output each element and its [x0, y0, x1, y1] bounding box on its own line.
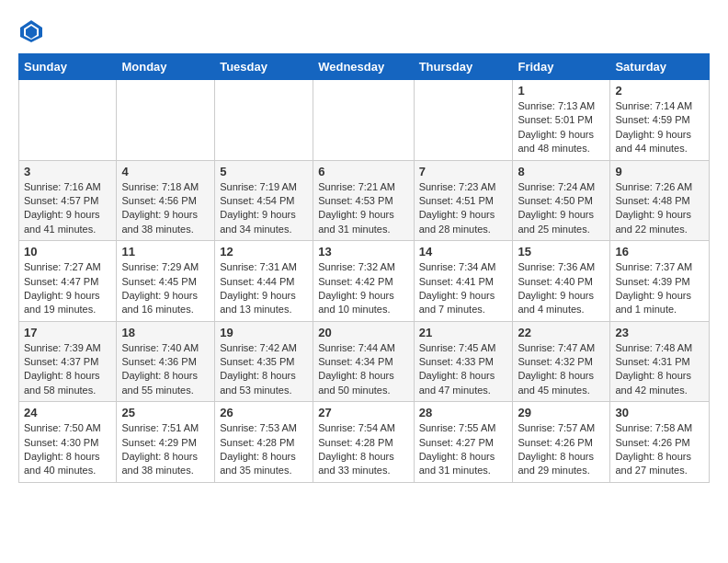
day-info: Sunrise: 7:40 AMSunset: 4:36 PMDaylight:… [121, 341, 210, 398]
day-number: 3 [24, 165, 111, 178]
logo [18, 18, 48, 44]
day-info: Sunrise: 7:32 AMSunset: 4:42 PMDaylight:… [318, 260, 408, 317]
day-number: 4 [121, 165, 210, 178]
day-number: 6 [318, 165, 408, 178]
calendar-cell [117, 80, 215, 161]
calendar-cell: 1Sunrise: 7:13 AMSunset: 5:01 PMDaylight… [513, 80, 610, 161]
calendar-week-row: 10Sunrise: 7:27 AMSunset: 4:47 PMDayligh… [19, 241, 710, 322]
calendar-cell: 8Sunrise: 7:24 AMSunset: 4:50 PMDaylight… [513, 160, 610, 241]
weekday-header-row: SundayMondayTuesdayWednesdayThursdayFrid… [19, 54, 710, 80]
calendar-cell: 10Sunrise: 7:27 AMSunset: 4:47 PMDayligh… [19, 241, 117, 322]
calendar-cell [414, 80, 513, 161]
day-info: Sunrise: 7:48 AMSunset: 4:31 PMDaylight:… [615, 341, 704, 398]
calendar-table: SundayMondayTuesdayWednesdayThursdayFrid… [18, 53, 710, 483]
calendar-cell: 5Sunrise: 7:19 AMSunset: 4:54 PMDaylight… [215, 160, 313, 241]
day-info: Sunrise: 7:54 AMSunset: 4:28 PMDaylight:… [318, 421, 408, 478]
calendar-cell: 14Sunrise: 7:34 AMSunset: 4:41 PMDayligh… [414, 241, 513, 322]
day-number: 27 [318, 406, 408, 419]
day-info: Sunrise: 7:21 AMSunset: 4:53 PMDaylight:… [318, 180, 408, 237]
day-number: 29 [518, 406, 605, 419]
day-number: 23 [615, 326, 704, 339]
weekday-header: Tuesday [215, 54, 313, 80]
day-info: Sunrise: 7:13 AMSunset: 5:01 PMDaylight:… [518, 99, 605, 156]
calendar-week-row: 24Sunrise: 7:50 AMSunset: 4:30 PMDayligh… [19, 402, 710, 483]
day-number: 9 [615, 165, 704, 178]
day-info: Sunrise: 7:45 AMSunset: 4:33 PMDaylight:… [419, 341, 508, 398]
calendar-cell: 27Sunrise: 7:54 AMSunset: 4:28 PMDayligh… [313, 402, 414, 483]
calendar-cell: 4Sunrise: 7:18 AMSunset: 4:56 PMDaylight… [117, 160, 215, 241]
day-number: 24 [24, 406, 111, 419]
day-number: 18 [121, 326, 210, 339]
day-number: 28 [419, 406, 508, 419]
calendar-cell: 19Sunrise: 7:42 AMSunset: 4:35 PMDayligh… [215, 321, 313, 402]
calendar-week-row: 3Sunrise: 7:16 AMSunset: 4:57 PMDaylight… [19, 160, 710, 241]
day-info: Sunrise: 7:36 AMSunset: 4:40 PMDaylight:… [518, 260, 605, 317]
weekday-header: Monday [117, 54, 215, 80]
calendar-cell: 3Sunrise: 7:16 AMSunset: 4:57 PMDaylight… [19, 160, 117, 241]
calendar-cell: 21Sunrise: 7:45 AMSunset: 4:33 PMDayligh… [414, 321, 513, 402]
day-number: 15 [518, 245, 605, 259]
calendar-cell: 28Sunrise: 7:55 AMSunset: 4:27 PMDayligh… [414, 402, 513, 483]
logo-icon [18, 18, 44, 44]
weekday-header: Thursday [414, 54, 513, 80]
day-number: 21 [419, 326, 508, 339]
calendar-cell [19, 80, 117, 161]
calendar-week-row: 1Sunrise: 7:13 AMSunset: 5:01 PMDaylight… [19, 80, 710, 161]
calendar-cell: 18Sunrise: 7:40 AMSunset: 4:36 PMDayligh… [117, 321, 215, 402]
calendar-cell: 26Sunrise: 7:53 AMSunset: 4:28 PMDayligh… [215, 402, 313, 483]
day-info: Sunrise: 7:58 AMSunset: 4:26 PMDaylight:… [615, 421, 704, 478]
day-info: Sunrise: 7:26 AMSunset: 4:48 PMDaylight:… [615, 180, 704, 237]
calendar-cell: 30Sunrise: 7:58 AMSunset: 4:26 PMDayligh… [610, 402, 710, 483]
day-number: 5 [220, 165, 308, 178]
calendar-cell: 7Sunrise: 7:23 AMSunset: 4:51 PMDaylight… [414, 160, 513, 241]
day-info: Sunrise: 7:16 AMSunset: 4:57 PMDaylight:… [24, 180, 111, 237]
day-number: 7 [419, 165, 508, 178]
calendar-week-row: 17Sunrise: 7:39 AMSunset: 4:37 PMDayligh… [19, 321, 710, 402]
day-number: 10 [24, 245, 111, 259]
weekday-header: Saturday [610, 54, 710, 80]
weekday-header: Friday [513, 54, 610, 80]
calendar-cell [215, 80, 313, 161]
day-number: 14 [419, 245, 508, 259]
calendar-cell: 20Sunrise: 7:44 AMSunset: 4:34 PMDayligh… [313, 321, 414, 402]
day-info: Sunrise: 7:50 AMSunset: 4:30 PMDaylight:… [24, 421, 111, 478]
day-info: Sunrise: 7:42 AMSunset: 4:35 PMDaylight:… [220, 341, 308, 398]
day-info: Sunrise: 7:24 AMSunset: 4:50 PMDaylight:… [518, 180, 605, 237]
day-number: 26 [220, 406, 308, 419]
calendar-cell: 22Sunrise: 7:47 AMSunset: 4:32 PMDayligh… [513, 321, 610, 402]
day-info: Sunrise: 7:14 AMSunset: 4:59 PMDaylight:… [615, 99, 704, 156]
calendar-cell: 24Sunrise: 7:50 AMSunset: 4:30 PMDayligh… [19, 402, 117, 483]
calendar-cell: 23Sunrise: 7:48 AMSunset: 4:31 PMDayligh… [610, 321, 710, 402]
day-number: 8 [518, 165, 605, 178]
day-number: 16 [615, 245, 704, 259]
day-number: 20 [318, 326, 408, 339]
day-number: 30 [615, 406, 704, 419]
calendar-cell: 2Sunrise: 7:14 AMSunset: 4:59 PMDaylight… [610, 80, 710, 161]
calendar-cell: 29Sunrise: 7:57 AMSunset: 4:26 PMDayligh… [513, 402, 610, 483]
day-info: Sunrise: 7:53 AMSunset: 4:28 PMDaylight:… [220, 421, 308, 478]
day-info: Sunrise: 7:51 AMSunset: 4:29 PMDaylight:… [121, 421, 210, 478]
page-header [18, 18, 710, 44]
day-info: Sunrise: 7:31 AMSunset: 4:44 PMDaylight:… [220, 260, 308, 317]
day-info: Sunrise: 7:39 AMSunset: 4:37 PMDaylight:… [24, 341, 111, 398]
day-info: Sunrise: 7:57 AMSunset: 4:26 PMDaylight:… [518, 421, 605, 478]
day-info: Sunrise: 7:23 AMSunset: 4:51 PMDaylight:… [419, 180, 508, 237]
calendar-cell: 12Sunrise: 7:31 AMSunset: 4:44 PMDayligh… [215, 241, 313, 322]
calendar-cell: 13Sunrise: 7:32 AMSunset: 4:42 PMDayligh… [313, 241, 414, 322]
day-info: Sunrise: 7:27 AMSunset: 4:47 PMDaylight:… [24, 260, 111, 317]
day-number: 2 [615, 84, 704, 98]
day-info: Sunrise: 7:47 AMSunset: 4:32 PMDaylight:… [518, 341, 605, 398]
day-number: 25 [121, 406, 210, 419]
weekday-header: Sunday [19, 54, 117, 80]
day-info: Sunrise: 7:19 AMSunset: 4:54 PMDaylight:… [220, 180, 308, 237]
calendar-cell: 15Sunrise: 7:36 AMSunset: 4:40 PMDayligh… [513, 241, 610, 322]
day-number: 17 [24, 326, 111, 339]
weekday-header: Wednesday [313, 54, 414, 80]
day-info: Sunrise: 7:18 AMSunset: 4:56 PMDaylight:… [121, 180, 210, 237]
day-number: 12 [220, 245, 308, 259]
calendar-cell: 11Sunrise: 7:29 AMSunset: 4:45 PMDayligh… [117, 241, 215, 322]
day-info: Sunrise: 7:37 AMSunset: 4:39 PMDaylight:… [615, 260, 704, 317]
calendar-cell: 9Sunrise: 7:26 AMSunset: 4:48 PMDaylight… [610, 160, 710, 241]
day-info: Sunrise: 7:55 AMSunset: 4:27 PMDaylight:… [419, 421, 508, 478]
day-number: 13 [318, 245, 408, 259]
